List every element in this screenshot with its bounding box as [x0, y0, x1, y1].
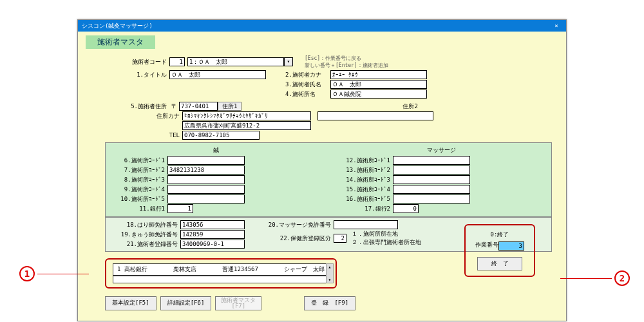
- scrollbar[interactable]: ▴▾: [326, 263, 334, 283]
- code-input[interactable]: [167, 166, 245, 175]
- addr-kana-label: 住所カナ: [105, 112, 182, 120]
- codes-right-title: マッサージ: [335, 146, 547, 155]
- callout-1: 1: [19, 266, 89, 281]
- codes-block: 鍼 6.施術所ｺｰﾄﾞ17.施術所ｺｰﾄﾞ28.施術所ｺｰﾄﾞ39.施術所ｺｰﾄ…: [105, 142, 552, 217]
- callout-2: 2: [560, 270, 630, 286]
- code-input[interactable]: [393, 204, 419, 213]
- code-label: 施術者コード: [105, 58, 169, 66]
- tel-input[interactable]: [182, 131, 260, 140]
- code-input[interactable]: [167, 175, 245, 184]
- lic21-input[interactable]: [180, 240, 245, 249]
- code-input[interactable]: [167, 185, 245, 194]
- task-number-input[interactable]: [498, 242, 524, 251]
- code-input[interactable]: [169, 57, 185, 66]
- f9-button[interactable]: 登 録 [F9]: [304, 296, 355, 310]
- list-item[interactable]: 1 高松銀行 栗林支店 普通1234567 シャープ 太郎: [113, 263, 329, 276]
- kana-label: 2.施術者カナ: [285, 71, 330, 79]
- window-title: シスコン(鍼灸マッサージ): [82, 20, 153, 32]
- code-input[interactable]: [167, 156, 245, 165]
- addr-input[interactable]: [182, 121, 311, 130]
- lic22-input[interactable]: [334, 234, 346, 243]
- kana-input[interactable]: [330, 70, 427, 79]
- chevron-down-icon[interactable]: ▾: [284, 57, 293, 66]
- app-window: シスコン(鍼灸マッサージ) × 施術者マスタ 施術者コード ▾ [Esc]：作業…: [77, 19, 567, 321]
- codes-left-title: 鍼: [109, 146, 322, 155]
- lic19-input[interactable]: [180, 230, 245, 239]
- exit-button[interactable]: 終 了: [477, 257, 522, 270]
- addr1-button[interactable]: 住所1: [218, 102, 242, 111]
- addr2-input[interactable]: [317, 111, 433, 120]
- list-item[interactable]: [113, 276, 329, 283]
- tel-label: TEL: [105, 132, 182, 138]
- task-number-panel: 0:終了 作業番号 終 了: [464, 224, 535, 277]
- code-input[interactable]: [393, 194, 470, 204]
- lic20-input[interactable]: [334, 220, 398, 229]
- name-input[interactable]: [330, 80, 427, 89]
- postal-input[interactable]: [179, 102, 218, 111]
- code-input[interactable]: [393, 185, 470, 194]
- code-input[interactable]: [393, 156, 470, 165]
- postal-mark: 〒: [171, 102, 177, 111]
- hint-enter: 新しい番号＋[Enter]：施術者追加: [305, 62, 388, 69]
- bank-list-area: 1 高松銀行 栗林支店 普通1234567 シャープ 太郎 ▴▾: [105, 258, 337, 289]
- code-input[interactable]: [393, 166, 470, 175]
- close-icon[interactable]: ×: [551, 20, 562, 32]
- page-title: 施術者マスタ: [86, 35, 155, 49]
- f7-button: 施術者マスタ [F7]: [215, 296, 261, 310]
- addr2-label: 住所2: [402, 102, 417, 111]
- code-select[interactable]: [187, 57, 284, 66]
- title-label: 1.タイトル: [105, 71, 169, 79]
- addr-label: 5.施術者住所: [105, 102, 169, 111]
- lic18-input[interactable]: [180, 220, 245, 229]
- hint-esc: [Esc]：作業番号に戻る: [305, 55, 388, 62]
- code-input[interactable]: [167, 204, 193, 213]
- f6-button[interactable]: 詳細設定[F6]: [160, 296, 212, 310]
- code-input[interactable]: [167, 194, 245, 204]
- name-label: 3.施術者氏名: [285, 80, 330, 89]
- addr-kana-input[interactable]: [182, 111, 311, 120]
- code-input[interactable]: [393, 175, 470, 184]
- shop-label: 4.施術所名: [285, 90, 330, 99]
- f5-button[interactable]: 基本設定[F5]: [105, 296, 156, 310]
- titlebar: シスコン(鍼灸マッサージ) ×: [78, 20, 566, 32]
- title-input[interactable]: [169, 70, 266, 79]
- shop-input[interactable]: [330, 90, 427, 99]
